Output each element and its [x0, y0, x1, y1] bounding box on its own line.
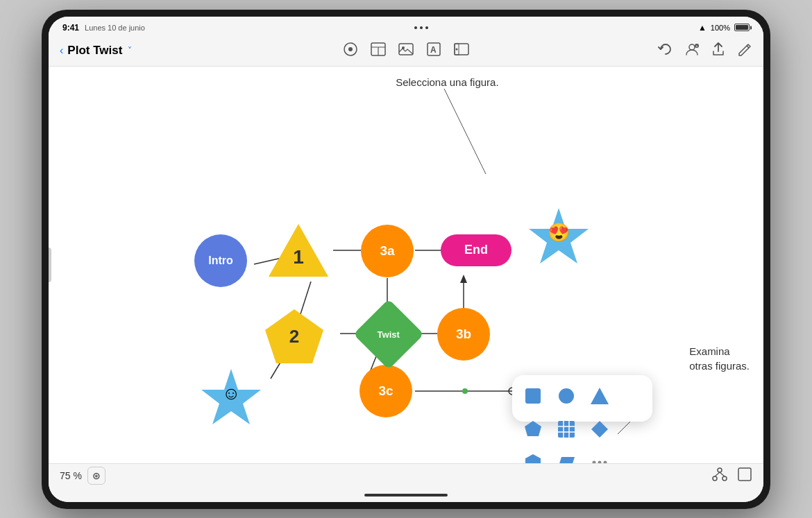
side-tab[interactable]: [49, 248, 51, 282]
toolbar-center: A: [171, 42, 641, 60]
toolbar-left: ‹ Plot Twist ˅: [60, 44, 171, 58]
svg-text:A: A: [430, 45, 437, 55]
node-3b[interactable]: 3b: [437, 308, 490, 361]
structure-view-icon[interactable]: [712, 467, 727, 485]
document-title[interactable]: Plot Twist: [67, 44, 122, 58]
shape-btn-circle[interactable]: [552, 382, 580, 410]
annotation-right-line2: otras figuras.: [689, 360, 750, 372]
zoom-level: 75 %: [60, 470, 82, 481]
node-3a-label: 3a: [380, 243, 394, 259]
status-time: 9:41: [62, 23, 79, 33]
svg-text:+: +: [696, 44, 698, 48]
shape-btn-grid[interactable]: [552, 415, 580, 443]
image-tool-icon[interactable]: [398, 42, 414, 60]
svg-point-12: [689, 44, 695, 50]
svg-marker-45: [591, 421, 608, 438]
svg-point-37: [559, 388, 574, 404]
svg-marker-25: [460, 275, 467, 283]
node-twist[interactable]: Twist: [361, 307, 416, 362]
back-button[interactable]: ‹: [60, 44, 63, 57]
ipad-screen: 9:41 Lunes 10 de junio ▲ 100% ‹ Plot Twi…: [49, 17, 763, 502]
status-date: Lunes 10 de junio: [85, 24, 145, 32]
zoom-info: 75 % ⊛: [60, 467, 105, 485]
media-tool-icon[interactable]: [454, 42, 469, 60]
node-star2[interactable]: ☺: [200, 366, 262, 426]
text-tool-icon[interactable]: A: [426, 42, 441, 60]
zoom-badge[interactable]: ⊛: [87, 467, 105, 485]
title-chevron-icon[interactable]: ˅: [128, 46, 132, 55]
svg-line-15: [444, 89, 486, 174]
home-indicator: [49, 488, 763, 502]
svg-point-1: [348, 47, 353, 51]
node-intro[interactable]: Intro: [194, 234, 247, 287]
svg-point-51: [718, 468, 722, 472]
node-intro-label: Intro: [208, 254, 233, 267]
undo-icon[interactable]: [658, 42, 673, 60]
svg-marker-39: [525, 421, 541, 436]
node-2[interactable]: 2: [264, 308, 325, 366]
canvas-area[interactable]: Selecciona una figura. Examina otras fig…: [49, 67, 763, 463]
node-3b-label: 3b: [456, 327, 471, 342]
svg-line-55: [720, 472, 725, 476]
status-dots: [414, 26, 428, 29]
shape-btn-hexagon[interactable]: [519, 449, 547, 463]
zoom-badge-icon: ⊛: [92, 470, 101, 481]
shape-btn-pentagon[interactable]: [519, 415, 547, 443]
toolbar: ‹ Plot Twist ˅: [49, 36, 763, 67]
node-1[interactable]: 1: [267, 223, 330, 278]
node-3c-label: 3c: [378, 383, 393, 399]
page-view-icon[interactable]: [737, 467, 752, 485]
svg-marker-46: [525, 454, 541, 463]
shape-btn-diamond[interactable]: [586, 415, 614, 443]
shape-panel: [512, 375, 652, 422]
annotation-top: Selecciona una figura.: [396, 76, 498, 88]
node-1-label: 1: [293, 246, 304, 268]
share-icon[interactable]: [711, 42, 726, 60]
svg-point-11: [456, 48, 458, 50]
svg-point-6: [402, 46, 405, 49]
svg-rect-5: [399, 44, 413, 55]
bottom-bar: 75 % ⊛: [49, 463, 763, 488]
battery-icon: [734, 24, 750, 31]
svg-point-30: [462, 388, 468, 394]
shape-btn-triangle[interactable]: [586, 382, 614, 410]
shape-btn-square[interactable]: [519, 382, 547, 410]
svg-point-49: [598, 460, 602, 463]
node-end[interactable]: End: [441, 234, 511, 266]
svg-point-52: [713, 476, 717, 481]
svg-point-48: [593, 460, 596, 463]
node-star1[interactable]: 😍: [527, 205, 590, 265]
status-bar: 9:41 Lunes 10 de junio ▲ 100%: [49, 17, 763, 36]
node-star1-emoji: 😍: [548, 222, 570, 243]
svg-line-54: [715, 472, 720, 476]
wifi-icon: ▲: [698, 23, 707, 33]
svg-point-53: [722, 476, 727, 481]
collaborate-icon[interactable]: +: [684, 42, 700, 60]
shape-btn-more[interactable]: [586, 449, 614, 463]
shape-tool-icon[interactable]: [343, 42, 358, 60]
toolbar-right: +: [641, 42, 752, 60]
svg-rect-40: [558, 421, 575, 438]
svg-rect-36: [525, 388, 541, 404]
svg-marker-47: [558, 457, 575, 463]
svg-marker-38: [591, 388, 609, 404]
bottom-right-icons: [712, 467, 752, 485]
svg-rect-56: [738, 468, 751, 481]
svg-point-50: [604, 460, 607, 463]
table-tool-icon[interactable]: [371, 42, 386, 60]
node-end-label: End: [464, 243, 488, 257]
edit-icon[interactable]: [737, 42, 752, 60]
node-2-label: 2: [289, 326, 299, 347]
annotation-right: Examina otras figuras.: [689, 344, 750, 373]
battery-percent: 100%: [711, 24, 730, 32]
home-bar: [364, 494, 448, 497]
shape-btn-parallelogram[interactable]: [552, 449, 580, 463]
node-3c[interactable]: 3c: [360, 365, 412, 417]
node-3a[interactable]: 3a: [361, 225, 414, 277]
ipad-frame: 9:41 Lunes 10 de junio ▲ 100% ‹ Plot Twi…: [42, 10, 770, 509]
annotation-right-line1: Examina: [689, 345, 729, 357]
node-star2-emoji: ☺: [222, 383, 241, 404]
status-right: ▲ 100%: [698, 23, 750, 33]
node-twist-label: Twist: [378, 329, 400, 339]
